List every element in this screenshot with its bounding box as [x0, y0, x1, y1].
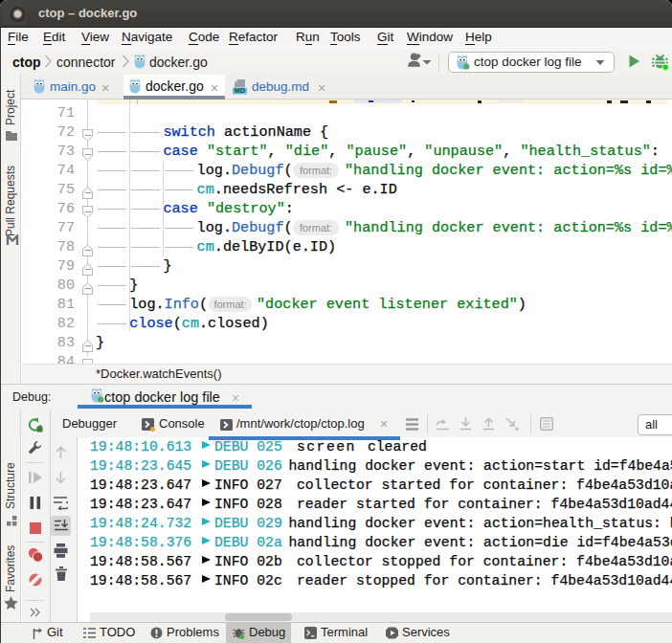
svg-text:MD: MD	[235, 87, 245, 94]
